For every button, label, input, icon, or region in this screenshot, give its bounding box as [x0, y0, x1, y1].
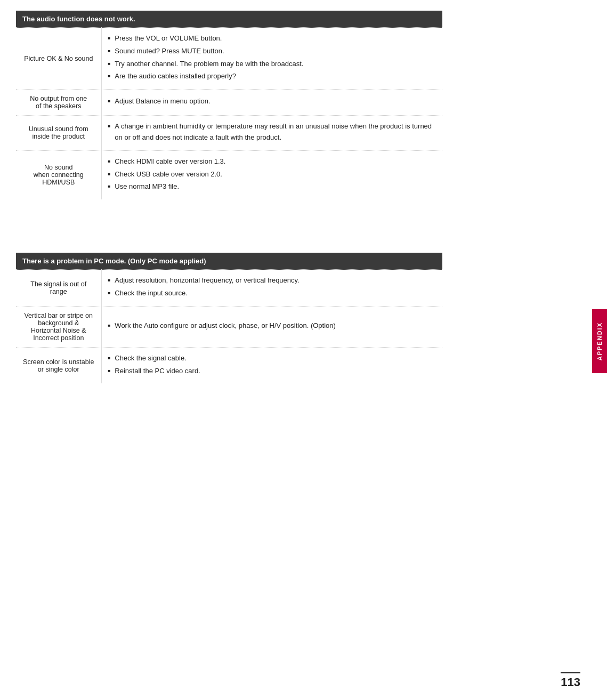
bullet-item: Check USB cable over version 2.0.: [108, 169, 436, 180]
bullet-item: Sound muted? Press MUTE button.: [108, 46, 436, 57]
bullet-item: Check the signal cable.: [108, 353, 436, 364]
row-label-picture-sound: Picture OK & No sound: [16, 28, 101, 90]
row-label-signal-range: The signal is out of range: [16, 270, 101, 307]
row-content-signal-range: Adjust resolution, horizontal frequency,…: [101, 270, 442, 307]
bullet-item: Adjust resolution, horizontal frequency,…: [108, 275, 436, 286]
bullet-item: Adjust Balance in menu option.: [108, 96, 436, 107]
bullet-item: Are the audio cables installed properly?: [108, 71, 436, 82]
row-content-hdmi-usb: Check HDMI cable over version 1.3. Check…: [101, 150, 442, 199]
bullet-item: Press the VOL or VOLUME button.: [108, 33, 436, 44]
row-label-no-output: No output from oneof the speakers: [16, 90, 101, 116]
bullet-item: Try another channel. The problem may be …: [108, 59, 436, 70]
table-row: Vertical bar or stripe on background &Ho…: [16, 306, 442, 347]
table-row: No output from oneof the speakers Adjust…: [16, 90, 442, 116]
audio-table: The audio function does not work. Pictur…: [16, 11, 442, 199]
table-row: Picture OK & No sound Press the VOL or V…: [16, 28, 442, 90]
table-row: Screen color is unstableor single color …: [16, 347, 442, 383]
bullet-item: Work the Auto configure or adjust clock,…: [108, 320, 436, 332]
bullet-item: Check HDMI cable over version 1.3.: [108, 156, 436, 167]
audio-table-header: The audio function does not work.: [16, 11, 442, 28]
row-content-unusual-sound: A change in ambient humidity or temperat…: [101, 116, 442, 151]
pc-table-header: There is a problem in PC mode. (Only PC …: [16, 253, 442, 270]
row-label-unusual-sound: Unusual sound frominside the product: [16, 116, 101, 151]
table-row: Unusual sound frominside the product A c…: [16, 116, 442, 151]
appendix-label: APPENDIX: [596, 322, 603, 360]
pc-table: There is a problem in PC mode. (Only PC …: [16, 253, 442, 383]
page-number: 113: [561, 675, 580, 689]
row-label-hdmi-usb: No soundwhen connectingHDMI/USB: [16, 150, 101, 199]
bullet-item: Use normal MP3 file.: [108, 181, 436, 192]
row-content-picture-sound: Press the VOL or VOLUME button. Sound mu…: [101, 28, 442, 90]
spacer: [16, 221, 442, 253]
row-content-vertical-bar: Work the Auto configure or adjust clock,…: [101, 306, 442, 347]
bullet-item: Check the input source.: [108, 288, 436, 299]
bullet-item: A change in ambient humidity or temperat…: [108, 121, 436, 143]
page-number-line: [561, 672, 580, 673]
page-number-container: 113: [561, 672, 580, 689]
row-content-screen-color: Check the signal cable. Reinstall the PC…: [101, 347, 442, 383]
row-label-screen-color: Screen color is unstableor single color: [16, 347, 101, 383]
row-label-vertical-bar: Vertical bar or stripe on background &Ho…: [16, 306, 101, 347]
row-content-no-output: Adjust Balance in menu option.: [101, 90, 442, 116]
table-row: The signal is out of range Adjust resolu…: [16, 270, 442, 307]
bullet-item: Reinstall the PC video card.: [108, 366, 436, 377]
appendix-sidebar: APPENDIX: [592, 309, 607, 373]
table-row: No soundwhen connectingHDMI/USB Check HD…: [16, 150, 442, 199]
